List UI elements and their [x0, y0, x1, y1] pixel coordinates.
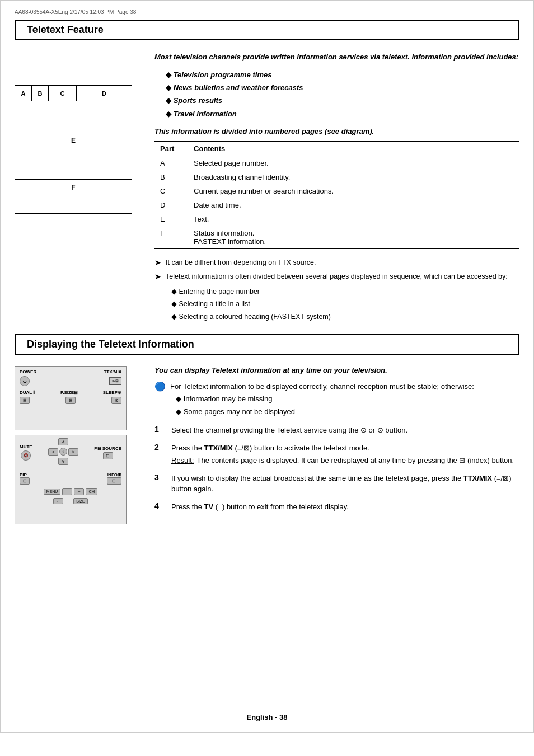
part-c: C — [154, 184, 188, 198]
section-teletext-feature: Teletext Feature A B C D E F — [15, 20, 519, 323]
vol-down-btn[interactable]: - — [62, 488, 72, 495]
notice-intro-text: For Teletext information to be displayed… — [170, 382, 474, 391]
note-text-2: Teletext information is often divided be… — [166, 271, 508, 282]
nav-up[interactable]: ∧ — [58, 438, 68, 445]
table-row: B Broadcasting channel identity. — [154, 170, 519, 184]
notice-bullets-list: Information may be missing Some pages ma… — [176, 392, 474, 419]
step-num-4: 4 — [154, 501, 163, 510]
part-b: B — [154, 170, 188, 184]
source-btn[interactable]: ⊟ — [103, 452, 113, 459]
back-btn[interactable]: ← — [53, 498, 63, 504]
diagram-cell-b: B — [32, 86, 49, 101]
step-text-1: Select the channel providing the Teletex… — [171, 426, 407, 434]
content-a: Selected page number. — [188, 156, 519, 171]
info-area: INFO⊞ ⊞ — [107, 472, 121, 485]
content-d: Date and time. — [188, 198, 519, 212]
teletext-diagram-col: A B C D E F — [15, 51, 138, 323]
col-part: Part — [154, 142, 188, 156]
step-text-4: Press the TV (□) button to exit from the… — [171, 503, 349, 511]
part-d: D — [154, 198, 188, 212]
vol-up-btn[interactable]: + — [74, 488, 84, 495]
pip-btn[interactable]: ⊡ — [20, 477, 30, 485]
step-1: 1 Select the channel providing the Telet… — [154, 425, 519, 436]
ch-btn[interactable]: CH — [86, 488, 97, 495]
step-content-3: If you wish to display the actual broadc… — [171, 473, 519, 495]
remote-image-2: MUTE 🔇 ∧ < ○ > — [15, 435, 127, 524]
result-text-2: The contents page is displayed. It can b… — [196, 455, 514, 466]
teletext-diagram: A B C D E F — [15, 85, 132, 214]
step-num-3: 3 — [154, 473, 163, 482]
note-1: ➤ It can be diffrent from depending on T… — [154, 257, 519, 268]
step-text-3: If you wish to display the actual broadc… — [171, 474, 511, 494]
footer: English - 38 — [247, 713, 288, 721]
notice-icon: 🔵 — [154, 381, 166, 392]
nav-center[interactable]: ○ — [59, 448, 67, 456]
result-label-2: Result: — [171, 455, 194, 466]
step-text-2: Press the TTX/MIX (≡/⊠) button to activa… — [171, 444, 369, 452]
size-btn[interactable]: SIZE — [73, 498, 88, 504]
note-bullets-list: Entering the page number Selecting a tit… — [171, 285, 519, 323]
remote-image-1: POWER TTX/MIX ⏻ ≡/⊠ DUAL Ⅱ P.SIZE⊟ — [15, 366, 127, 430]
power-btn[interactable]: ⏻ — [20, 376, 30, 386]
content-c: Current page number or search indication… — [188, 184, 519, 198]
menu-btn[interactable]: MENU — [44, 489, 61, 495]
header-meta-text: AA68-03554A-X5Eng 2/17/05 12:03 PM Page … — [15, 9, 136, 15]
notice-bullet-1: Information may be missing — [176, 392, 474, 405]
ttx-mix-btn[interactable]: ≡/⊠ — [109, 377, 121, 385]
bullet-2: News bulletins and weather forecasts — [166, 81, 519, 94]
section2-steps-col: You can display Teletext information at … — [154, 366, 519, 524]
step-content-2: Press the TTX/MIX (≡/⊠) button to activa… — [171, 443, 519, 466]
step-num-2: 2 — [154, 443, 163, 452]
table-row: F Status information.FASTEXT information… — [154, 226, 519, 249]
diagram-bottom-row: F — [15, 180, 132, 195]
table-row: A Selected page number. — [154, 156, 519, 171]
nav-left[interactable]: < — [48, 448, 58, 456]
table-row: D Date and time. — [154, 198, 519, 212]
dual-btn[interactable]: ⊞ — [20, 397, 30, 404]
parts-table: Part Contents A Selected page number. B … — [154, 141, 519, 249]
section1-intro: Most television channels provide written… — [154, 51, 519, 63]
part-a: A — [154, 156, 188, 171]
note-text-1: It can be diffrent from depending on TTX… — [166, 257, 316, 268]
notice-bullet-2: Some pages may not be displayed — [176, 405, 474, 418]
mute-area: MUTE 🔇 — [20, 444, 32, 461]
table-row: E Text. — [154, 212, 519, 226]
bullet-4: Travel information — [166, 107, 519, 120]
notes-section: ➤ It can be diffrent from depending on T… — [154, 257, 519, 323]
table-row: C Current page number or search indicati… — [154, 184, 519, 198]
diagram-cell-a: A — [15, 86, 32, 101]
diagram-top-row: A B C D — [15, 86, 132, 101]
pip-area: PIP ⊡ — [20, 472, 30, 485]
step-content-1: Select the channel providing the Teletex… — [171, 425, 519, 436]
bullet-1: Television programme times — [166, 68, 519, 81]
section1-title: Teletext Feature — [15, 20, 519, 40]
col-contents: Contents — [188, 142, 519, 156]
section2-intro: You can display Teletext information at … — [154, 366, 519, 374]
step-4: 4 Press the TV (□) button to exit from t… — [154, 501, 519, 513]
nav-down[interactable]: ∨ — [58, 458, 68, 465]
header-meta: AA68-03554A-X5Eng 2/17/05 12:03 PM Page … — [15, 9, 519, 15]
section1-bullets: Television programme times News bulletin… — [166, 68, 519, 121]
footer-label: English - 38 — [247, 713, 288, 721]
mute-btn[interactable]: 🔇 — [21, 450, 31, 461]
note-2: ➤ Teletext information is often divided … — [154, 271, 519, 282]
content-e: Text. — [188, 212, 519, 226]
section1-divider-text: This information is divided into numbere… — [154, 127, 519, 135]
step-content-4: Press the TV (□) button to exit from the… — [171, 501, 519, 513]
step-num-1: 1 — [154, 425, 163, 434]
bullet-3: Sports results — [166, 94, 519, 107]
section-display-teletext: Displaying the Teletext Information POWE… — [15, 334, 519, 524]
nav-right[interactable]: > — [68, 448, 78, 456]
note-bullet-2: Selecting a title in a list — [171, 298, 519, 311]
section2-title: Displaying the Teletext Information — [15, 334, 519, 355]
psize-btn[interactable]: ⊟ — [65, 397, 76, 404]
info-btn[interactable]: ⊞ — [107, 477, 121, 485]
notice-box: 🔵 For Teletext information to be display… — [154, 381, 519, 418]
source-area: P⊟ SOURCE ⊟ — [94, 446, 121, 459]
content-f: Status information.FASTEXT information. — [188, 226, 519, 249]
section1-content: A B C D E F Most television channels pro… — [15, 51, 519, 323]
sleep-btn[interactable]: ⊘ — [111, 397, 121, 404]
arrow-icon-2: ➤ — [154, 272, 161, 281]
content-b: Broadcasting channel identity. — [188, 170, 519, 184]
part-e: E — [154, 212, 188, 226]
